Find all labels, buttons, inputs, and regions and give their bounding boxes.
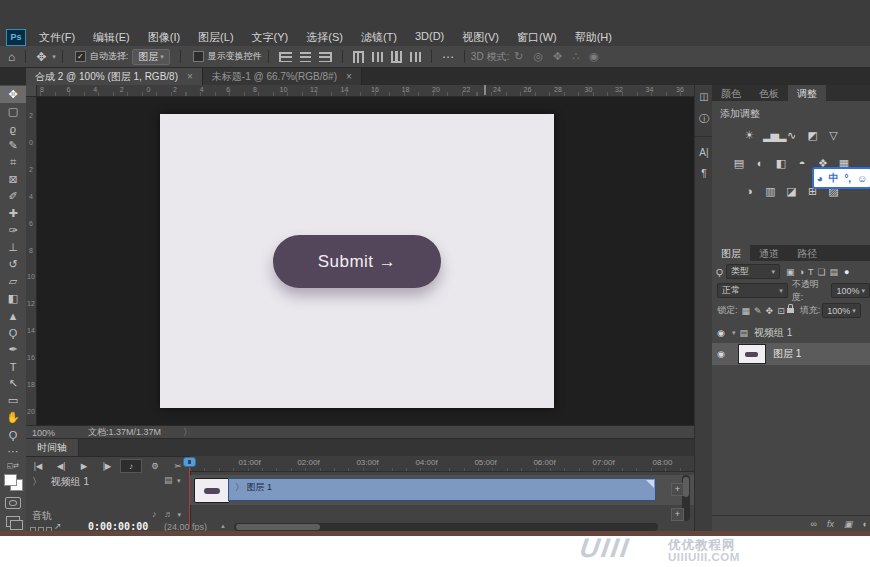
panel-icon-info-panel[interactable]: ⓘ xyxy=(699,112,709,126)
tool-eyedropper[interactable]: ✐ xyxy=(0,188,26,205)
screen-mode-icon[interactable] xyxy=(6,516,20,527)
lock-lock-artboard[interactable]: ⊡ xyxy=(777,306,785,316)
ime-emoji-icon[interactable]: ☺ xyxy=(857,173,867,184)
speaker-icon[interactable]: ♪ xyxy=(152,509,157,519)
adjustment-photo-filter[interactable]: ◓ xyxy=(795,157,809,170)
zoom-level[interactable]: 100% xyxy=(32,428,72,438)
document-canvas[interactable]: Submit → xyxy=(160,114,554,408)
chevron-down-icon[interactable]: ▾ xyxy=(52,53,56,61)
panel-tab-paths[interactable]: 路径 xyxy=(788,245,826,261)
menu-item[interactable]: 视图(V) xyxy=(453,27,508,45)
layer-filter-dropdown[interactable]: 类型 ▾ xyxy=(726,264,780,279)
adjustment-hue-saturation[interactable]: ▤ xyxy=(732,157,746,170)
auto-select-dropdown[interactable]: 图层 ▾ xyxy=(132,49,170,65)
tool-pen[interactable]: ✒ xyxy=(0,341,26,358)
tool-crop[interactable]: ⌗ xyxy=(0,154,26,171)
scrollbar-thumb[interactable] xyxy=(236,524,320,530)
add-video-media-button[interactable]: + xyxy=(671,483,684,496)
canvas-area[interactable]: 8642024681012141618202224262830323436 20… xyxy=(26,85,694,425)
zoom-out-mountain-icon[interactable]: ▲ xyxy=(220,523,226,529)
shortcut-arrow-icon[interactable]: ↗ xyxy=(54,521,62,531)
3d-mode-pan[interactable]: ✥ xyxy=(553,50,562,63)
panel-tab-adjustments[interactable]: 调整 xyxy=(788,85,826,101)
align-top-icon[interactable] xyxy=(353,51,364,63)
lock-all-icon[interactable] xyxy=(787,308,794,313)
tool-gradient[interactable]: ◧ xyxy=(0,290,26,307)
align-center-icon[interactable] xyxy=(300,52,311,62)
menu-item[interactable]: 帮助(H) xyxy=(566,27,621,45)
panel-tab-swatches[interactable]: 色板 xyxy=(750,85,788,101)
visibility-eye-icon[interactable]: ◉ xyxy=(712,328,730,338)
3d-mode-zoom-camera[interactable]: ◉ xyxy=(589,50,599,63)
layer-row-selected[interactable]: ◉ 图层 1 xyxy=(712,343,870,365)
layer-filter-adjustment[interactable]: ◑ xyxy=(799,267,804,277)
visibility-eye-icon[interactable]: ◉ xyxy=(712,349,730,359)
foreground-color-swatch[interactable] xyxy=(4,474,17,486)
tool-move[interactable]: ✥ xyxy=(0,86,26,103)
tab-close-icon[interactable]: × xyxy=(346,71,352,82)
group-expand-icon[interactable]: ▾ xyxy=(732,329,736,337)
tool-history-brush[interactable]: ↺ xyxy=(0,256,26,273)
add-audio-media-button[interactable]: + xyxy=(671,508,684,521)
audio-menu-icon[interactable]: ♬ xyxy=(164,509,173,519)
align-bottom-icon[interactable] xyxy=(391,51,402,63)
panel-icon-character-panel[interactable]: A| xyxy=(695,136,713,158)
move-tool-preset-icon[interactable]: ✥ xyxy=(36,50,46,64)
timeline-clip[interactable]: 〉 图层 1 xyxy=(228,478,656,501)
adjustment-exposure[interactable]: ◩ xyxy=(805,129,819,142)
lock-lock-position[interactable]: ✥ xyxy=(766,306,774,316)
layer-thumbnail[interactable] xyxy=(738,344,766,364)
ime-app-icon[interactable]: ◕ xyxy=(817,173,823,184)
layer-filter-pixel[interactable]: ▣ xyxy=(786,267,795,277)
layer-filter-text[interactable]: T xyxy=(808,267,814,277)
layer-name[interactable]: 图层 1 xyxy=(773,347,801,361)
adjustment-levels[interactable]: ▂▅▂ xyxy=(763,129,777,142)
audio-track-label[interactable]: 音轨 xyxy=(32,509,52,523)
tool-eraser[interactable]: ▱ xyxy=(0,273,26,290)
audio-track-controls[interactable]: ♪ ♬ ▾ xyxy=(152,509,181,519)
adjustment-brightness-contrast[interactable]: ☀ xyxy=(742,129,756,142)
ruler-origin[interactable] xyxy=(26,85,37,97)
footer-new-adjustment[interactable]: ◐ xyxy=(863,519,868,529)
menu-item[interactable]: 3D(D) xyxy=(406,27,453,45)
ime-mode-toggle[interactable]: 中 xyxy=(829,171,839,185)
tool-quick-select[interactable]: ✎ xyxy=(0,137,26,154)
align-left-icon[interactable] xyxy=(279,52,292,62)
adjustment-posterize[interactable]: ▥ xyxy=(763,185,777,198)
tool-dodge[interactable]: Ϙ xyxy=(0,324,26,341)
tab-close-icon[interactable]: × xyxy=(187,71,193,82)
footer-layer-mask[interactable]: ▣ xyxy=(844,519,853,529)
timeline-horizontal-scrollbar[interactable] xyxy=(234,523,658,531)
panel-icon-paragraph-panel[interactable]: ¶ xyxy=(701,168,706,179)
clip-transition-corner[interactable] xyxy=(646,480,654,488)
align-right-icon[interactable] xyxy=(319,52,332,62)
tool-marquee[interactable]: ▢ xyxy=(0,103,26,120)
fill-dropdown[interactable]: 100% ▾ xyxy=(822,303,861,318)
ime-punctuation-toggle[interactable]: °, xyxy=(844,173,851,184)
document-tab-composition-2[interactable]: 合成 2 @ 100% (图层 1, RGB/8) × xyxy=(26,68,203,85)
menu-item[interactable]: 图层(L) xyxy=(189,27,242,45)
3d-mode-slide[interactable]: ∴ xyxy=(572,50,579,63)
tool-zoom[interactable]: Ϙ xyxy=(0,426,26,443)
panel-tab-color[interactable]: 颜色 xyxy=(712,85,750,101)
panel-tab-layers[interactable]: 图层 xyxy=(712,245,750,261)
adjustment-invert[interactable]: ◑ xyxy=(742,185,756,198)
home-icon[interactable]: ⌂ xyxy=(8,50,15,64)
tool-frame[interactable]: ⊠ xyxy=(0,171,26,188)
panel-icon-properties-panel[interactable]: ◫ xyxy=(699,91,708,102)
3d-mode-orbit[interactable]: ↻ xyxy=(514,50,523,63)
menu-item[interactable]: 选择(S) xyxy=(297,27,352,45)
video-track-lane[interactable]: 〉 图层 1 xyxy=(190,475,694,505)
lock-lock-paint[interactable]: ✎ xyxy=(754,306,762,316)
menu-item[interactable]: 文件(F) xyxy=(30,27,84,45)
3d-mode-roll[interactable]: ◎ xyxy=(533,50,543,63)
adjustment-threshold[interactable]: ◪ xyxy=(784,185,798,198)
document-tab-untitled-1[interactable]: 未标题-1 @ 66.7%(RGB/8#) × xyxy=(203,68,362,85)
filter-toggle-icon[interactable]: ● xyxy=(844,267,849,277)
tool-brush[interactable]: ✑ xyxy=(0,222,26,239)
layer-filter-smart[interactable]: ▤ xyxy=(830,267,839,277)
footer-layer-style[interactable]: fx xyxy=(827,519,834,529)
timeline-tab[interactable]: 时间轴 xyxy=(26,439,79,456)
tool-healing-brush[interactable]: ✚ xyxy=(0,205,26,222)
tool-more[interactable]: ⋯ xyxy=(0,443,26,460)
